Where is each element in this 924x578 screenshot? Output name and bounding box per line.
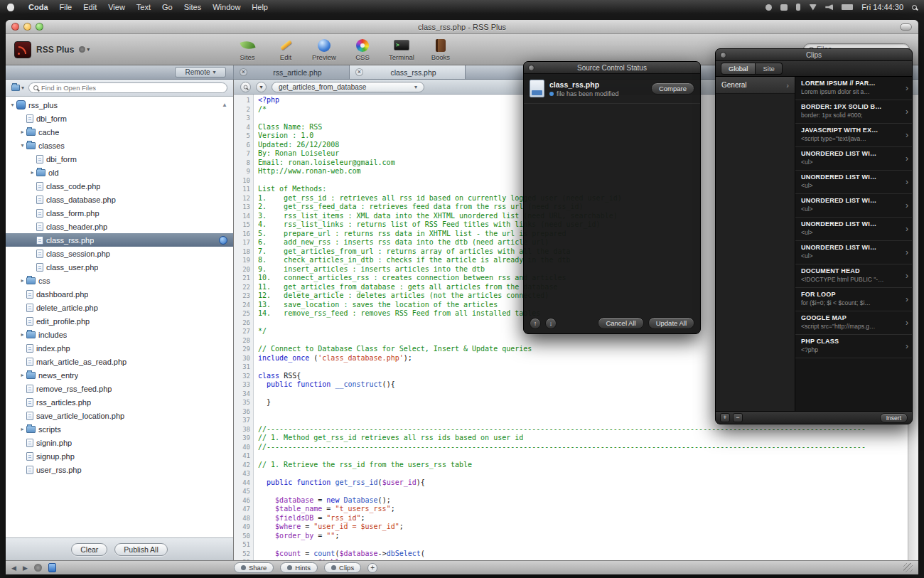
tree-item-remove-rss-feed-php[interactable]: remove_rss_feed.php — [6, 382, 233, 395]
tree-item-class-form-php[interactable]: class_form.php — [6, 206, 233, 220]
disclosure-triangle-icon[interactable]: ▸ — [18, 277, 26, 284]
symbol-search-icon[interactable] — [240, 82, 251, 92]
tree-item-cache[interactable]: ▸cache — [6, 125, 233, 139]
tree-item-signin-php[interactable]: signin.php — [6, 436, 233, 449]
update-icon[interactable]: ↓ — [545, 318, 557, 329]
tree-item-css[interactable]: ▸css — [6, 274, 233, 287]
menu-item-help[interactable]: Help — [252, 3, 268, 11]
disclosure-triangle-icon[interactable]: ▸ — [18, 426, 26, 432]
tab-close-icon[interactable]: × — [355, 68, 363, 76]
tree-item-news-entry[interactable]: ▸news_entry — [6, 368, 233, 382]
airport-icon[interactable] — [809, 4, 817, 11]
clip-item[interactable]: PHP CLASS<?php› — [795, 335, 912, 358]
eject-icon[interactable]: ▲ — [222, 102, 227, 108]
sync-icon[interactable] — [765, 4, 772, 11]
commit-icon[interactable]: ↑ — [530, 318, 541, 329]
menu-item-file[interactable]: File — [60, 3, 72, 11]
tree-item-signup-php[interactable]: signup.php — [6, 449, 233, 463]
battery-icon[interactable] — [842, 4, 853, 10]
tree-item-mark-article-as-read-php[interactable]: mark_article_as_read.php — [6, 355, 233, 368]
tree-item-scripts[interactable]: ▸scripts — [6, 422, 233, 436]
add-button[interactable]: + — [367, 563, 377, 573]
toolbar-toggle-button[interactable] — [900, 23, 912, 31]
volume-icon[interactable] — [825, 4, 833, 11]
tree-item-includes[interactable]: ▸includes — [6, 328, 233, 341]
tree-item-save-article-location-php[interactable]: save_article_location.php — [6, 409, 233, 422]
disclosure-triangle-icon[interactable]: ▸ — [28, 169, 36, 176]
tree-item-index-php[interactable]: index.php — [6, 341, 233, 355]
scm-file-row[interactable]: class_rss.php file has been modified Com… — [524, 74, 700, 104]
tree-item-rss-plus[interactable]: ▾rss_plus▲ — [6, 98, 233, 112]
share-button[interactable]: Share — [234, 562, 274, 573]
clip-item[interactable]: GOOGLE MAP<script src="http://maps.g…› — [795, 311, 912, 335]
tree-item-class-header-php[interactable]: class_header.php — [6, 220, 233, 233]
publish-all-button[interactable]: Publish All — [114, 543, 167, 556]
tree-item-edit-profile-php[interactable]: edit_profile.php — [6, 314, 233, 328]
apple-menu-icon[interactable] — [7, 4, 14, 11]
forward-arrow-icon[interactable]: ▶ — [23, 564, 28, 572]
update-all-button[interactable]: Update All — [648, 317, 694, 329]
clip-item[interactable]: UNORDERED LIST WI…<ul>› — [795, 171, 912, 194]
cancel-all-button[interactable]: Cancel All — [598, 317, 643, 329]
toolbar-button-css[interactable]: CSS — [350, 38, 375, 61]
tree-item-old[interactable]: ▸old — [6, 166, 233, 179]
disclosure-triangle-icon[interactable]: ▾ — [18, 142, 26, 149]
compare-button[interactable]: Compare — [651, 82, 694, 95]
find-in-open-files-input[interactable] — [41, 84, 222, 92]
scm-titlebar[interactable]: Source Control Status — [524, 62, 700, 74]
minimize-window-button[interactable] — [23, 23, 31, 31]
clip-item[interactable]: FOR LOOPfor ($i=0; $i < $count; $i…› — [795, 288, 912, 311]
document-icon[interactable] — [48, 563, 56, 572]
clear-button[interactable]: Clear — [71, 543, 107, 556]
tree-item-dashboard-php[interactable]: dashboard.php — [6, 287, 233, 301]
tab-close-icon[interactable]: × — [240, 68, 247, 76]
clips-button[interactable]: Clips — [324, 562, 361, 573]
tree-item-class-session-php[interactable]: class_session.php — [6, 247, 233, 260]
back-arrow-icon[interactable]: ◀ — [11, 564, 16, 572]
menu-item-view[interactable]: View — [108, 3, 125, 11]
menu-item-sites[interactable]: Sites — [184, 3, 201, 11]
menu-item-coda[interactable]: Coda — [28, 3, 48, 11]
tab-class-rss-php[interactable]: ×class_rss.php — [350, 65, 466, 79]
remote-tab[interactable]: Remote — [175, 67, 226, 77]
tree-item-class-user-php[interactable]: class_user.php — [6, 260, 233, 274]
insert-clip-button[interactable]: Insert — [880, 413, 908, 423]
spotlight-icon[interactable] — [912, 5, 917, 10]
clips-group-general[interactable]: General› — [716, 77, 795, 94]
display-icon[interactable] — [780, 4, 788, 11]
clip-item[interactable]: UNORDERED LIST WI…<ul>› — [795, 147, 912, 171]
toolbar-button-preview[interactable]: Preview — [312, 38, 336, 61]
menu-item-window[interactable]: Window — [213, 3, 240, 11]
file-tree[interactable]: ▾rss_plus▲dbi_form▸cache▾classesdbi_form… — [6, 97, 233, 537]
menu-item-text[interactable]: Text — [136, 3, 151, 11]
resize-grip[interactable] — [903, 563, 913, 572]
scm-close-icon[interactable] — [528, 65, 534, 71]
clips-tab-site[interactable]: Site — [756, 63, 782, 75]
toolbar-button-terminal[interactable]: Terminal — [389, 38, 414, 61]
tree-item-delete-article-php[interactable]: delete_article.php — [6, 301, 233, 314]
site-chip[interactable]: RSS Plus — [14, 41, 224, 58]
close-window-button[interactable] — [11, 23, 19, 31]
action-gear-icon[interactable] — [34, 564, 42, 572]
sidebar-find-field[interactable] — [28, 82, 227, 93]
toolbar-button-sites[interactable]: Sites — [235, 38, 259, 61]
site-gear-icon[interactable] — [79, 46, 90, 54]
remove-clip-button[interactable]: − — [733, 413, 743, 422]
clip-item[interactable]: LOREM IPSUM // PAR…Lorem ipsum dolor sit… — [795, 77, 912, 100]
clip-item[interactable]: BORDER: 1PX SOLID B…border: 1px solid #0… — [795, 100, 912, 124]
disclosure-triangle-icon[interactable]: ▸ — [18, 372, 26, 378]
clips-tab-global[interactable]: Global — [721, 63, 756, 75]
menubar-clock[interactable]: Fri 14:44:30 — [861, 3, 903, 11]
hints-button[interactable]: Hints — [280, 562, 318, 573]
tree-item-class-code-php[interactable]: class_code.php — [6, 179, 233, 193]
clips-titlebar[interactable]: Clips — [716, 49, 912, 61]
menu-item-go[interactable]: Go — [162, 3, 173, 11]
tree-item-rss-articles-php[interactable]: rss_articles.php — [6, 395, 233, 409]
clip-item[interactable]: DOCUMENT HEAD<!DOCTYPE html PUBLIC "-…› — [795, 264, 912, 288]
zoom-window-button[interactable] — [36, 23, 43, 31]
tab-rss-article-php[interactable]: ×rss_article.php — [234, 65, 350, 79]
toolbar-button-edit[interactable]: Edit — [274, 38, 298, 61]
jump-arrow-icon[interactable]: ▾ — [256, 82, 267, 92]
sidebar-folder-icon[interactable] — [11, 85, 24, 91]
tree-item-classes[interactable]: ▾classes — [6, 139, 233, 152]
